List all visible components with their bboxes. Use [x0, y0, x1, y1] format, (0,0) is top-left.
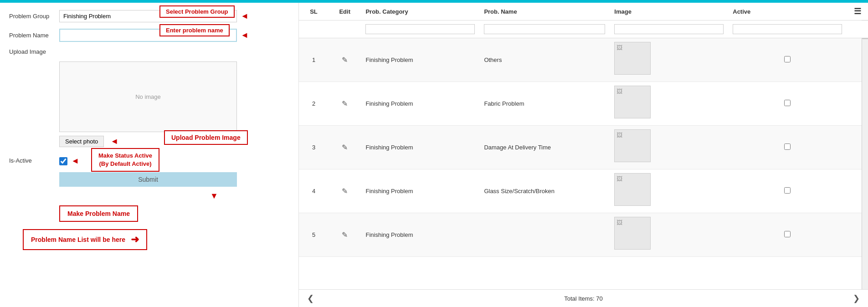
col-prob-category: Prob. Category: [361, 3, 479, 20]
filter-prob-category-input[interactable]: [365, 24, 475, 34]
is-active-label: Is-Active: [9, 156, 59, 164]
col-menu[interactable]: ☰: [847, 3, 868, 20]
arrow-icon-upload: ◄: [110, 137, 118, 146]
image-placeholder-icon: 🖼: [616, 175, 622, 182]
image-placeholder-icon: 🖼: [616, 88, 622, 95]
cell-sl: 2: [299, 82, 329, 126]
filter-menu: [847, 20, 868, 38]
cell-edit[interactable]: ✎: [329, 126, 361, 169]
hamburger-icon[interactable]: ☰: [854, 7, 861, 16]
filter-prob-name-input[interactable]: [484, 24, 605, 34]
cell-sl: 1: [299, 38, 329, 82]
image-placeholder: 🖼: [614, 129, 651, 162]
edit-icon[interactable]: ✎: [342, 143, 348, 151]
edit-icon[interactable]: ✎: [342, 187, 348, 195]
arrow-right-icon: ➜: [131, 234, 139, 246]
problem-group-row: Problem Group ◄ Select Problem Group: [9, 10, 289, 22]
is-active-row: Is-Active ◄ Make Status Active (By Defau…: [9, 156, 289, 166]
active-checkbox[interactable]: [784, 143, 791, 150]
cell-active[interactable]: [728, 38, 847, 82]
cell-sl: 3: [299, 126, 329, 169]
cell-sl: 5: [299, 213, 329, 257]
cell-edit[interactable]: ✎: [329, 82, 361, 126]
image-placeholder: 🖼: [614, 42, 651, 75]
image-placeholder-icon: 🖼: [616, 132, 622, 138]
active-checkbox[interactable]: [784, 231, 791, 237]
problem-list-annotation: Problem Name List will be here ➜: [23, 229, 147, 250]
image-placeholder-icon: 🖼: [616, 219, 622, 226]
filter-prob-category[interactable]: [361, 20, 479, 38]
table-container[interactable]: SL Edit Prob. Category Prob. Name Image …: [299, 3, 868, 289]
cell-sl: 4: [299, 169, 329, 213]
scroll-right-btn[interactable]: ❯: [849, 293, 863, 303]
total-items: Total Items: 70: [564, 295, 603, 302]
table-row: 1✎Finishing ProblemOthers 🖼: [299, 38, 868, 82]
left-panel: Problem Group ◄ Select Problem Group Pro…: [0, 3, 298, 307]
select-photo-row: Select photo ◄ Upload Problem Image: [59, 136, 289, 147]
cell-prob-category: Finishing Problem: [361, 213, 479, 257]
arrow-down-icon: ▼: [210, 191, 219, 201]
upload-image-row: Upload Image: [9, 48, 289, 55]
cell-prob-name: Damage At Delivery Time: [479, 126, 610, 169]
edit-icon[interactable]: ✎: [342, 56, 348, 64]
make-problem-name-annotation: Make Problem Name: [59, 205, 138, 222]
problem-group-label: Problem Group: [9, 13, 59, 20]
table-body: 1✎Finishing ProblemOthers 🖼 2✎Finishing …: [299, 38, 868, 257]
cell-prob-name: Glass Size/Scratch/Broken: [479, 169, 610, 213]
make-status-active-annotation: Make Status Active (By Default Active): [91, 148, 159, 172]
cell-edit[interactable]: ✎: [329, 38, 361, 82]
col-active: Active: [728, 3, 847, 20]
cell-prob-category: Finishing Problem: [361, 126, 479, 169]
cell-active[interactable]: [728, 169, 847, 213]
cell-edit[interactable]: ✎: [329, 169, 361, 213]
select-problem-group-annotation: Select Problem Group: [159, 5, 235, 18]
cell-image: 🖼: [610, 82, 728, 126]
image-placeholder-icon: 🖼: [616, 44, 622, 51]
table-row: 2✎Finishing ProblemFabric Problem 🖼: [299, 82, 868, 126]
cell-edit[interactable]: ✎: [329, 213, 361, 257]
filter-edit: [329, 20, 361, 38]
cell-active[interactable]: [728, 126, 847, 169]
select-photo-button[interactable]: Select photo: [59, 136, 104, 147]
cell-prob-name: Others: [479, 38, 610, 82]
filter-prob-name[interactable]: [479, 20, 610, 38]
cell-image: 🖼: [610, 38, 728, 82]
table-row: 5✎Finishing Problem 🖼: [299, 213, 868, 257]
edit-icon[interactable]: ✎: [342, 100, 348, 107]
scroll-left-btn[interactable]: ❮: [303, 293, 318, 303]
arrow-icon-active: ◄: [71, 156, 79, 166]
data-table: SL Edit Prob. Category Prob. Name Image …: [299, 3, 868, 257]
active-checkbox[interactable]: [784, 100, 791, 106]
table-row: 3✎Finishing ProblemDamage At Delivery Ti…: [299, 126, 868, 169]
upload-image-annotation: Upload Problem Image: [164, 130, 248, 145]
is-active-checkbox[interactable]: [59, 157, 67, 165]
problem-name-row: Problem Name ◄ Enter problem name: [9, 29, 289, 42]
vertical-scrollbar[interactable]: [862, 3, 868, 289]
filter-active[interactable]: [728, 20, 847, 38]
active-checkbox[interactable]: [784, 56, 791, 62]
table-footer: ❮ Total Items: 70 ❯: [299, 289, 868, 307]
filter-image[interactable]: [610, 20, 728, 38]
col-image: Image: [610, 3, 728, 20]
col-edit: Edit: [329, 3, 361, 20]
cell-active[interactable]: [728, 213, 847, 257]
cell-image: 🖼: [610, 213, 728, 257]
active-checkbox[interactable]: [784, 187, 791, 194]
cell-prob-name: [479, 213, 610, 257]
image-placeholder: 🖼: [614, 217, 651, 250]
image-placeholder: 🖼: [614, 86, 651, 118]
cell-active[interactable]: [728, 82, 847, 126]
cell-prob-category: Finishing Problem: [361, 82, 479, 126]
problem-name-label: Problem Name: [9, 32, 59, 39]
submit-button[interactable]: Submit: [59, 172, 237, 187]
upload-image-label: Upload Image: [9, 48, 59, 55]
submit-row: Submit: [59, 172, 289, 187]
edit-icon[interactable]: ✎: [342, 231, 348, 239]
table-row: 4✎Finishing ProblemGlass Size/Scratch/Br…: [299, 169, 868, 213]
filter-image-input[interactable]: [614, 24, 724, 34]
filter-active-input[interactable]: [733, 24, 842, 34]
cell-prob-name: Fabric Problem: [479, 82, 610, 126]
no-image-text: No image: [135, 93, 161, 100]
cell-image: 🖼: [610, 169, 728, 213]
image-preview-area: No image: [59, 61, 237, 132]
